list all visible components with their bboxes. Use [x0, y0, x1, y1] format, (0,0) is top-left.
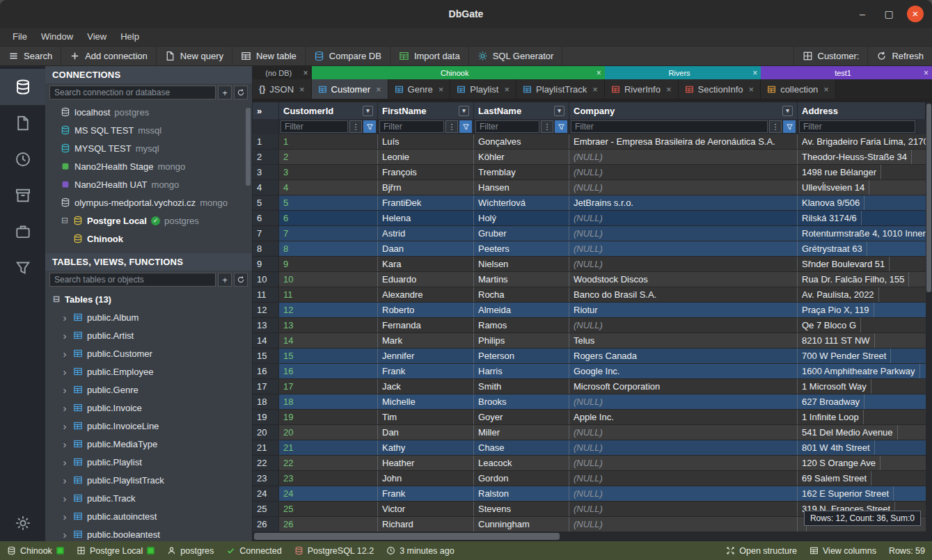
cell-firstname[interactable]: Frank: [378, 364, 474, 378]
cell-firstname[interactable]: Victor: [378, 502, 474, 516]
status-rows-59[interactable]: Rows: 59: [889, 546, 925, 556]
filter-funnel-button[interactable]: [555, 120, 567, 133]
add-connection-plus-button[interactable]: +: [218, 86, 232, 99]
table-row[interactable]: 22LeonieKöhler(NULL)Theodor-Heuss-Straße…: [253, 150, 932, 165]
table-item-public-customer[interactable]: ›public.Customer: [45, 344, 252, 362]
cell-firstname[interactable]: Kara: [378, 257, 474, 271]
add-table-plus-button[interactable]: +: [218, 273, 232, 287]
cell-company[interactable]: Telus: [569, 333, 798, 348]
column-dropdown-icon[interactable]: ▾: [782, 106, 793, 116]
cell-firstname[interactable]: Astrid: [378, 226, 474, 241]
toolbar-import-data[interactable]: Import data: [390, 47, 469, 65]
cell-customerid[interactable]: 4: [279, 180, 378, 195]
table-item-public-booleantest[interactable]: ›public.booleantest: [45, 525, 252, 541]
table-item-public-employee[interactable]: ›public.Employee: [45, 362, 252, 381]
cell-firstname[interactable]: Helena: [378, 211, 474, 225]
tab-playlist[interactable]: Playlist×: [450, 79, 516, 99]
cell-lastname[interactable]: Gonçalves: [474, 134, 569, 149]
cell-address[interactable]: Theodor-Heuss-Straße 34: [798, 150, 912, 164]
table-row[interactable]: 11LuísGonçalvesEmbraer - Empresa Brasile…: [253, 134, 932, 150]
cell-company[interactable]: (NULL): [569, 456, 798, 470]
tab-group-band[interactable]: test1×: [761, 66, 932, 79]
cell-customerid[interactable]: 15: [279, 349, 378, 363]
cell-address[interactable]: 1498 rue Bélanger: [798, 165, 881, 179]
cell-customerid[interactable]: 1: [279, 134, 378, 149]
vertical-scroll-thumb[interactable]: [926, 104, 931, 292]
cell-address[interactable]: 700 W Pender Street: [798, 349, 891, 363]
cell-customerid[interactable]: 18: [279, 394, 378, 409]
table-row[interactable]: 1919TimGoyerApple Inc.1 Infinite Loop: [253, 410, 932, 425]
expand-icon[interactable]: ›: [61, 349, 69, 358]
cell-lastname[interactable]: Rocha: [474, 287, 569, 302]
cell-company[interactable]: (NULL): [569, 165, 798, 179]
cell-lastname[interactable]: Hansen: [474, 180, 569, 195]
cell-address[interactable]: Rilská 3174/6: [798, 211, 862, 225]
cell-company[interactable]: Woodstock Discos: [569, 272, 798, 287]
cell-company[interactable]: (NULL): [569, 394, 798, 409]
cell-lastname[interactable]: Smith: [474, 379, 569, 394]
status-connected[interactable]: Connected: [226, 546, 281, 556]
table-row[interactable]: 2323JohnGordon(NULL)69 Salem Street: [253, 471, 932, 486]
table-row[interactable]: 99KaraNielsen(NULL)Sřnder Boulevard 51: [253, 257, 932, 272]
connection-item-postgre-local[interactable]: ⊟Postgre Local✓postgres: [45, 211, 252, 230]
close-group-icon[interactable]: ×: [303, 68, 308, 78]
close-group-icon[interactable]: ×: [597, 68, 601, 78]
table-row[interactable]: 1818MichelleBrooks(NULL)627 Broadway: [253, 394, 932, 410]
nav-settings[interactable]: [0, 505, 45, 541]
cell-address[interactable]: 120 S Orange Ave: [798, 456, 880, 470]
cell-company[interactable]: (NULL): [569, 486, 798, 501]
nav-archive[interactable]: [0, 177, 45, 214]
cell-customerid[interactable]: 17: [279, 379, 378, 394]
cell-customerid[interactable]: 14: [279, 333, 378, 348]
table-row[interactable]: 1616FrankHarrisGoogle Inc.1600 Amphithea…: [253, 364, 932, 379]
tables-group[interactable]: ⊟ Tables (13): [45, 290, 252, 308]
cell-company[interactable]: (NULL): [569, 211, 798, 225]
table-item-public-playlisttrack[interactable]: ›public.PlaylistTrack: [45, 471, 252, 489]
expand-icon[interactable]: ›: [61, 367, 69, 376]
cell-customerid[interactable]: 9: [279, 257, 378, 271]
cell-lastname[interactable]: Philips: [474, 333, 569, 348]
expand-icon[interactable]: ›: [61, 403, 69, 413]
cell-customerid[interactable]: 26: [279, 517, 378, 531]
refresh-tables-button[interactable]: [234, 273, 248, 287]
tables-search-input[interactable]: [49, 273, 216, 287]
cell-firstname[interactable]: Bjřrn: [378, 180, 474, 195]
cell-company[interactable]: Microsoft Corporation: [569, 379, 798, 394]
cell-firstname[interactable]: Roberto: [378, 303, 474, 317]
cell-address[interactable]: Rotenturmstraße 4, 1010 Innere Stadt: [798, 226, 932, 241]
close-tab-icon[interactable]: ×: [299, 84, 305, 95]
cell-company[interactable]: Apple Inc.: [569, 410, 798, 424]
tab-json[interactable]: {}JSON×: [253, 79, 312, 99]
nav-files[interactable]: [0, 105, 45, 141]
cell-address[interactable]: Praça Pio X, 119: [798, 303, 874, 317]
nav-connections[interactable]: [0, 69, 45, 105]
table-row[interactable]: 33FrançoisTremblay(NULL)1498 rue Bélange…: [253, 165, 932, 180]
filter-menu-button[interactable]: ⋮: [769, 120, 782, 133]
cell-firstname[interactable]: FrantiĐek: [378, 195, 474, 210]
column-header-company[interactable]: Company▾: [569, 102, 798, 119]
maximize-button[interactable]: ▢: [880, 6, 897, 22]
tab-group-band[interactable]: Rivers×: [605, 66, 761, 79]
cell-address[interactable]: 69 Salem Street: [798, 471, 871, 486]
close-group-icon[interactable]: ×: [752, 68, 757, 78]
table-row[interactable]: 2222HeatherLeacock(NULL)120 S Orange Ave: [253, 456, 932, 471]
filter-input-customerid[interactable]: [281, 120, 348, 133]
table-row[interactable]: 2020DanMiller(NULL)541 Del Medio Avenue: [253, 425, 932, 440]
filter-input-firstname[interactable]: [379, 120, 444, 133]
minimize-button[interactable]: –: [854, 6, 871, 22]
column-dropdown-icon[interactable]: ▾: [363, 106, 373, 116]
cell-address[interactable]: Grétrystraat 63: [798, 241, 867, 256]
toolbar-new-query[interactable]: New query: [157, 47, 232, 65]
status-postgre-local[interactable]: Postgre Local: [77, 546, 155, 556]
close-tab-icon[interactable]: ×: [749, 84, 755, 95]
cell-lastname[interactable]: Tremblay: [474, 165, 569, 179]
toolbar-customer[interactable]: Customer:: [793, 47, 868, 65]
cell-firstname[interactable]: Eduardo: [378, 272, 474, 287]
horizontal-scroll-thumb[interactable]: [254, 533, 560, 540]
filter-funnel-button[interactable]: [459, 120, 472, 133]
table-row[interactable]: 1414MarkPhilipsTelus8210 111 ST NW: [253, 333, 932, 349]
cell-customerid[interactable]: 8: [279, 241, 378, 256]
cell-address[interactable]: Klanova 9/506: [798, 195, 864, 210]
close-tab-icon[interactable]: ×: [592, 84, 598, 95]
table-row[interactable]: 44BjřrnHansen(NULL)Ullevĺlsveien 14: [253, 180, 932, 195]
